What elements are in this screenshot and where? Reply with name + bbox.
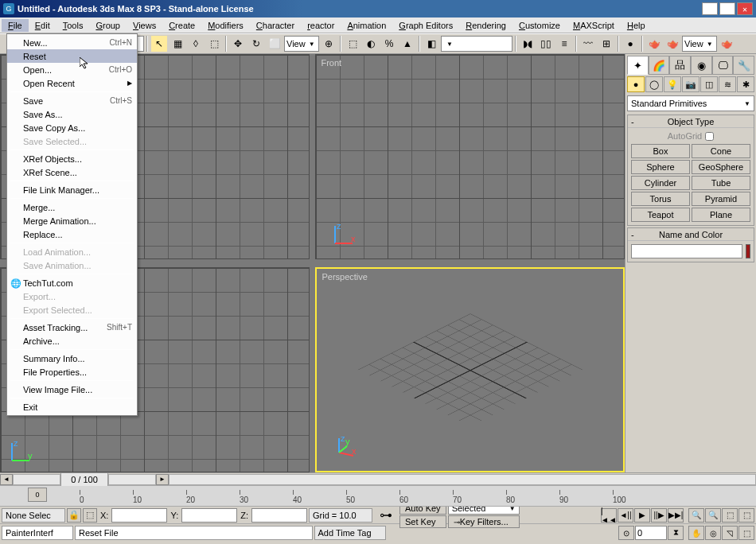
menu-tools[interactable]: Tools xyxy=(57,19,90,32)
pivot-button[interactable]: ⊕ xyxy=(320,35,337,52)
menu-item-techtutcom[interactable]: 🌐TechTut.com xyxy=(7,276,137,289)
menu-create[interactable]: Create xyxy=(162,19,201,32)
setkey-button[interactable]: Set Key xyxy=(399,515,446,528)
align-button[interactable]: ▯▯ xyxy=(537,35,555,52)
primitive-plane-button[interactable]: Plane xyxy=(692,208,750,222)
mirror-button[interactable]: ◗◖ xyxy=(519,35,536,52)
time-tag-button[interactable]: Add Time Tag xyxy=(314,526,386,540)
zoom-extents-button[interactable]: ⬚ xyxy=(722,508,738,523)
menu-item-mergeanimation[interactable]: Merge Animation... xyxy=(7,214,137,227)
percent-snap-toggle[interactable]: % xyxy=(380,35,398,52)
menu-item-openrecent[interactable]: Open Recent▶ xyxy=(7,76,137,90)
time-slider-track[interactable]: 0 0102030405060708090100 xyxy=(0,486,756,507)
modify-tab[interactable]: 🌈 xyxy=(649,56,670,75)
spinner-snap-toggle[interactable]: ▲ xyxy=(399,35,416,52)
time-config-button[interactable]: ⧗ xyxy=(668,526,684,540)
menu-item-new[interactable]: New...Ctrl+N xyxy=(7,36,137,49)
material-button[interactable]: ● xyxy=(622,35,639,52)
hierarchy-tab[interactable]: 品 xyxy=(669,56,691,75)
rotate-button[interactable]: ↻ xyxy=(247,35,265,52)
snap-toggle[interactable]: ⬚ xyxy=(344,35,361,52)
maximize-button[interactable]: □ xyxy=(719,2,735,15)
utilities-tab[interactable]: 🔧 xyxy=(733,56,754,75)
scroll-left-button[interactable]: ◄ xyxy=(0,474,13,485)
arc-rotate-button[interactable]: ◎ xyxy=(705,526,721,540)
scroll-right-button[interactable]: ► xyxy=(156,474,169,485)
goto-end-button[interactable]: ▶▶| xyxy=(668,508,684,523)
named-selection-button[interactable]: ◧ xyxy=(423,35,440,52)
layer-button[interactable]: ≡ xyxy=(555,35,573,52)
minmax-toggle-button[interactable]: ⬚ xyxy=(738,526,754,540)
viewport-front[interactable]: Front zx xyxy=(315,54,625,259)
play-button[interactable]: ▶ xyxy=(634,508,650,523)
x-coord-field[interactable] xyxy=(111,508,167,523)
create-tab[interactable]: ✦ xyxy=(627,56,649,75)
pan-button[interactable]: ✋ xyxy=(688,526,704,540)
geometry-button[interactable]: ● xyxy=(627,76,645,92)
zoom-extents-all-button[interactable]: ⬚ xyxy=(738,508,754,523)
menu-item-archive[interactable]: Archive... xyxy=(7,334,137,348)
menu-item-fileproperties[interactable]: File Properties... xyxy=(7,365,137,379)
current-frame-field[interactable] xyxy=(635,526,667,540)
z-coord-field[interactable] xyxy=(251,508,307,523)
render-type-combo[interactable]: View▼ xyxy=(682,36,717,52)
menu-item-open[interactable]: Open...Ctrl+O xyxy=(7,63,137,76)
helpers-button[interactable]: ◫ xyxy=(700,76,718,92)
zoom-all-button[interactable]: 🔍 xyxy=(705,508,721,523)
menu-item-saveas[interactable]: Save As... xyxy=(7,107,137,121)
menu-animation[interactable]: Animation xyxy=(341,19,392,32)
select-name-button[interactable]: ▦ xyxy=(169,35,186,52)
lock-selection-button[interactable]: 🔒 xyxy=(67,508,81,523)
menu-item-xrefobjects[interactable]: XRef Objects... xyxy=(7,152,137,165)
menu-help[interactable]: Help xyxy=(621,19,652,32)
menu-group[interactable]: Group xyxy=(89,19,127,32)
goto-start-button[interactable]: |◄◄ xyxy=(601,508,617,523)
time-slider[interactable]: 0 xyxy=(28,488,47,502)
rollout-header[interactable]: -Object Type xyxy=(628,115,754,128)
menu-item-reset[interactable]: Reset xyxy=(7,49,137,63)
primitive-torus-button[interactable]: Torus xyxy=(631,192,690,206)
cameras-button[interactable]: 📷 xyxy=(682,76,699,92)
transform-mode-button[interactable]: ⬚ xyxy=(83,508,97,523)
minimize-button[interactable]: _ xyxy=(702,2,718,15)
motion-tab[interactable]: ◉ xyxy=(691,56,712,75)
fov-button[interactable]: ◹ xyxy=(722,526,738,540)
primitive-tube-button[interactable]: Tube xyxy=(692,176,750,190)
menu-item-exit[interactable]: Exit xyxy=(7,400,137,414)
next-frame-button[interactable]: ||▶ xyxy=(651,508,667,523)
object-name-field[interactable] xyxy=(631,244,742,258)
menu-item-savecopyas[interactable]: Save Copy As... xyxy=(7,121,137,134)
autogrid-checkbox[interactable] xyxy=(705,132,714,141)
prev-frame-button[interactable]: ◄|| xyxy=(618,508,633,523)
menu-item-merge[interactable]: Merge... xyxy=(7,200,137,214)
primitive-pyramid-button[interactable]: Pyramid xyxy=(692,192,750,206)
y-coord-field[interactable] xyxy=(181,508,237,523)
primitive-teapot-button[interactable]: Teapot xyxy=(631,208,690,222)
menu-item-assettracking[interactable]: Asset Tracking...Shift+T xyxy=(7,321,137,334)
shapes-button[interactable]: ◯ xyxy=(645,76,663,92)
curve-editor-button[interactable]: 〰 xyxy=(579,35,597,52)
primitive-cone-button[interactable]: Cone xyxy=(692,144,750,158)
primitive-sphere-button[interactable]: Sphere xyxy=(631,160,690,174)
lights-button[interactable]: 💡 xyxy=(664,76,681,92)
systems-button[interactable]: ✱ xyxy=(737,76,754,92)
menu-views[interactable]: Views xyxy=(127,19,162,32)
named-selection-combo[interactable]: ▼ xyxy=(441,36,512,52)
menu-rendering[interactable]: Rendering xyxy=(459,19,512,32)
menu-file[interactable]: File xyxy=(2,19,29,32)
display-tab[interactable]: 🖵 xyxy=(712,56,734,75)
select-button[interactable]: ↖ xyxy=(150,35,168,52)
key-mode-toggle[interactable]: ⊙ xyxy=(618,526,634,540)
render-scene-button[interactable]: 🫖 xyxy=(645,35,663,52)
menu-item-save[interactable]: SaveCtrl+S xyxy=(7,94,137,107)
zoom-button[interactable]: 🔍 xyxy=(688,508,704,523)
menu-item-viewimagefile[interactable]: View Image File... xyxy=(7,383,137,396)
menu-item-filelinkmanager[interactable]: File Link Manager... xyxy=(7,183,137,196)
primitive-geosphere-button[interactable]: GeoSphere xyxy=(692,160,750,174)
menu-maxscript[interactable]: MAXScript xyxy=(567,19,621,32)
ref-coord-combo[interactable]: View▼ xyxy=(284,36,319,52)
primitive-cylinder-button[interactable]: Cylinder xyxy=(631,176,690,190)
angle-snap-toggle[interactable]: ◐ xyxy=(362,35,380,52)
viewport-perspective[interactable]: Perspective zxy xyxy=(315,267,625,472)
menu-edit[interactable]: Edit xyxy=(29,19,57,32)
